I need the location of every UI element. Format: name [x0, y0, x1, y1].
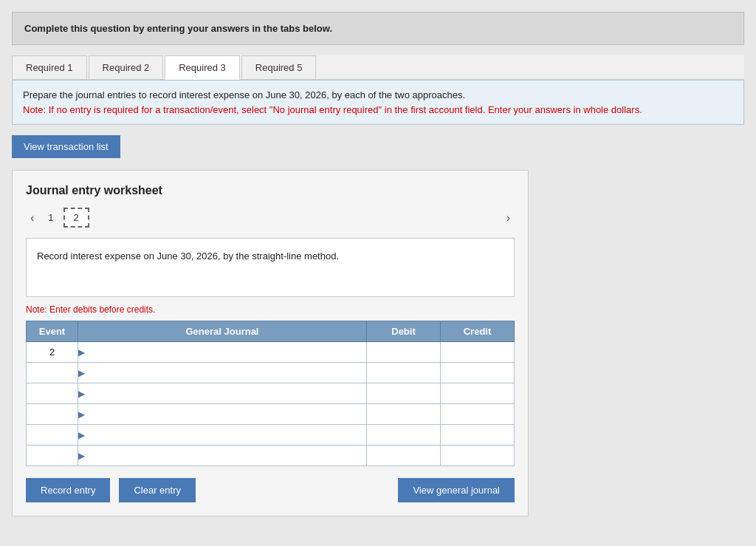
col-header-journal: General Journal — [78, 321, 367, 342]
debit-input-cell[interactable] — [367, 425, 441, 446]
row-arrow-icon: ▶ — [78, 430, 85, 440]
debit-input[interactable] — [367, 342, 440, 362]
note-debits: Note: Enter debits before credits. — [26, 304, 515, 315]
tab-required3[interactable]: Required 3 — [165, 55, 240, 80]
view-general-journal-button[interactable]: View general journal — [398, 478, 515, 502]
journal-input[interactable] — [86, 404, 366, 424]
event-cell — [27, 425, 78, 446]
journal-input-cell[interactable]: ▶ — [78, 446, 367, 466]
clear-entry-button[interactable]: Clear entry — [119, 478, 196, 502]
debit-input[interactable] — [367, 363, 440, 383]
col-header-event: Event — [27, 321, 78, 342]
table-row: ▶ — [27, 425, 515, 446]
event-cell — [27, 383, 78, 404]
credit-input-cell[interactable] — [441, 446, 515, 466]
event-cell: 2 — [27, 342, 78, 363]
instruction-text: Complete this question by entering your … — [24, 23, 332, 34]
journal-input[interactable] — [86, 383, 366, 403]
row-arrow-icon: ▶ — [78, 347, 85, 358]
debit-input-cell[interactable] — [367, 446, 441, 466]
credit-input[interactable] — [441, 363, 514, 383]
row-arrow-icon: ▶ — [78, 451, 85, 461]
view-transaction-button[interactable]: View transaction list — [12, 135, 120, 158]
tab-required1[interactable]: Required 1 — [12, 55, 87, 80]
journal-input[interactable] — [86, 425, 366, 445]
tab-required2[interactable]: Required 2 — [89, 55, 164, 80]
prev-page-arrow[interactable]: ‹ — [26, 210, 38, 226]
table-row: ▶ — [27, 446, 515, 466]
journal-input-cell[interactable]: ▶ — [78, 342, 367, 363]
event-cell — [27, 446, 78, 466]
table-row: ▶ — [27, 383, 515, 404]
info-main-text: Prepare the journal entries to record in… — [23, 89, 465, 100]
debit-input-cell[interactable] — [367, 342, 441, 363]
col-header-debit: Debit — [367, 321, 441, 342]
event-cell — [27, 363, 78, 383]
instruction-banner: Complete this question by entering your … — [12, 12, 744, 45]
credit-input-cell[interactable] — [441, 425, 515, 446]
journal-input-cell[interactable]: ▶ — [78, 363, 367, 383]
credit-input-cell[interactable] — [441, 363, 515, 383]
page-1[interactable]: 1 — [38, 208, 63, 227]
debit-input[interactable] — [367, 446, 440, 465]
journal-input-cell[interactable]: ▶ — [78, 404, 367, 425]
table-row: ▶ — [27, 363, 515, 383]
worksheet-title: Journal entry worksheet — [26, 184, 515, 197]
info-box: Prepare the journal entries to record in… — [12, 80, 744, 125]
record-entry-button[interactable]: Record entry — [26, 478, 110, 502]
credit-input[interactable] — [441, 404, 514, 424]
col-header-credit: Credit — [441, 321, 515, 342]
event-cell — [27, 404, 78, 425]
table-row: 2▶ — [27, 342, 515, 363]
debit-input-cell[interactable] — [367, 404, 441, 425]
worksheet-container: Journal entry worksheet ‹ 1 2 › Record i… — [12, 170, 529, 516]
journal-input[interactable] — [86, 342, 366, 362]
info-note-text: Note: If no entry is required for a tran… — [23, 104, 642, 115]
credit-input[interactable] — [441, 425, 514, 445]
credit-input[interactable] — [441, 446, 514, 465]
credit-input-cell[interactable] — [441, 383, 515, 404]
tab-required5[interactable]: Required 5 — [241, 55, 317, 80]
button-row: Record entry Clear entry View general jo… — [26, 478, 515, 502]
debit-input-cell[interactable] — [367, 383, 441, 404]
journal-input[interactable] — [86, 363, 366, 383]
journal-input[interactable] — [86, 446, 366, 465]
credit-input[interactable] — [441, 342, 514, 362]
tabs-row: Required 1 Required 2 Required 3 Require… — [12, 55, 744, 80]
debit-input[interactable] — [367, 383, 440, 403]
pagination-row: ‹ 1 2 › — [26, 208, 515, 228]
description-text: Record interest expense on June 30, 2026… — [37, 250, 339, 262]
credit-input-cell[interactable] — [441, 404, 515, 425]
credit-input-cell[interactable] — [441, 342, 515, 363]
debit-input-cell[interactable] — [367, 363, 441, 383]
row-arrow-icon: ▶ — [78, 389, 85, 399]
journal-input-cell[interactable]: ▶ — [78, 425, 367, 446]
journal-table: Event General Journal Debit Credit 2▶▶▶▶… — [26, 321, 515, 466]
table-row: ▶ — [27, 404, 515, 425]
credit-input[interactable] — [441, 383, 514, 403]
row-arrow-icon: ▶ — [78, 368, 85, 378]
page-2[interactable]: 2 — [63, 208, 89, 228]
debit-input[interactable] — [367, 404, 440, 424]
row-arrow-icon: ▶ — [78, 409, 85, 420]
debit-input[interactable] — [367, 425, 440, 445]
journal-input-cell[interactable]: ▶ — [78, 383, 367, 404]
description-box: Record interest expense on June 30, 2026… — [26, 238, 515, 297]
next-page-arrow[interactable]: › — [502, 210, 515, 226]
